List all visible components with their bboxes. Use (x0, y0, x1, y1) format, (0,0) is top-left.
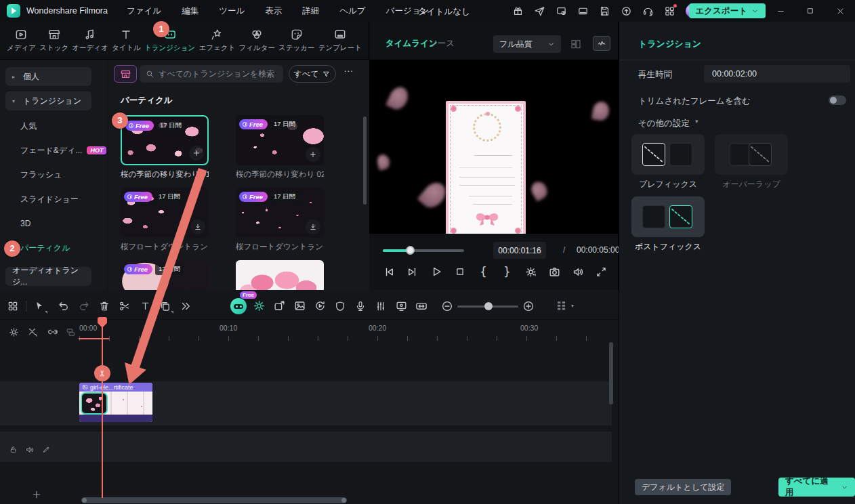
sidebar-item-flash[interactable]: フラッシュ (20, 169, 62, 180)
trim-toggle[interactable] (829, 96, 846, 105)
smart-edit-button[interactable] (249, 296, 269, 316)
transition-thumbnail[interactable]: Free17 日間 (236, 188, 324, 238)
sidebar-item-slideshow[interactable]: スライドショー (20, 194, 79, 205)
preview-scrubber[interactable] (383, 245, 464, 255)
menu-view[interactable]: 表示 (265, 5, 282, 17)
tab-stickers[interactable]: ステッカー (278, 28, 314, 53)
add-track-button[interactable] (31, 489, 43, 501)
transition-item-6[interactable] (236, 260, 324, 290)
apps-icon[interactable] (664, 5, 675, 17)
fullscreen-button[interactable] (594, 264, 609, 279)
transition-thumbnail[interactable]: Free17 日間 (121, 115, 209, 165)
sidebar-item-popular[interactable]: 人気 (20, 121, 37, 131)
promote-icon[interactable] (534, 5, 545, 17)
zoom-slider-handle[interactable] (484, 302, 493, 310)
transition-item-2[interactable]: Free17 日間 桜の季節の移り変わり 02 (236, 115, 324, 180)
menu-tools[interactable]: ツール (219, 5, 245, 17)
sidebar-item-fade[interactable]: フェード&ディ... HOT (20, 145, 106, 156)
timeline-ruler[interactable]: 00:00 00:10 00:20 00:30 (0, 320, 619, 344)
add-to-timeline-button[interactable] (306, 147, 320, 162)
zoom-in-button[interactable] (518, 296, 539, 316)
layout-icon[interactable] (577, 5, 589, 17)
maximize-button[interactable] (795, 0, 825, 22)
preview-tab-source[interactable]: ソース (429, 38, 455, 49)
volume-button[interactable] (570, 264, 585, 279)
transition-item-3[interactable]: Free17 日間 桜フロートダウントランジシ... (121, 188, 209, 252)
split-button[interactable] (114, 296, 135, 316)
search-input[interactable] (159, 69, 278, 79)
transition-item-1[interactable]: Free17 日間 桜の季節の移り変わり 01 (121, 115, 209, 180)
audio-track-lane[interactable] (0, 432, 612, 462)
download-button[interactable] (306, 219, 320, 234)
transition-thumbnail[interactable]: Free17 日間 (121, 188, 209, 238)
link-clips-icon[interactable] (47, 326, 59, 338)
media-browser-button[interactable] (3, 296, 23, 316)
upload-icon[interactable] (621, 5, 632, 17)
ripple-delete-icon[interactable] (26, 326, 39, 338)
audio-mixer-button[interactable] (371, 296, 391, 316)
library-scrollbar[interactable] (363, 117, 367, 205)
transition-thumbnail[interactable] (236, 260, 324, 290)
render-preview-button[interactable] (310, 296, 330, 316)
filter-button[interactable]: すべて (289, 65, 336, 83)
mute-track-icon[interactable] (24, 444, 35, 455)
previous-frame-button[interactable] (381, 264, 396, 279)
tab-audio[interactable]: オーディオ (72, 28, 108, 53)
snapshot-button[interactable] (547, 264, 562, 279)
menu-edit[interactable]: 編集 (182, 5, 199, 17)
menu-help[interactable]: ヘルプ (339, 5, 365, 17)
delete-button[interactable] (94, 296, 114, 316)
mode-postfix[interactable] (631, 196, 705, 237)
more-options-button[interactable]: ... (344, 64, 354, 74)
track-manager-button[interactable] (551, 296, 571, 316)
transition-thumbnail[interactable]: Free17 日間 (121, 260, 209, 290)
tab-templates[interactable]: テンプレート (318, 28, 362, 53)
gift-icon[interactable] (512, 5, 524, 17)
undo-button[interactable] (54, 296, 74, 316)
multiview-icon[interactable] (570, 38, 582, 50)
add-text-button[interactable] (135, 296, 155, 316)
mark-in-button[interactable]: { (476, 264, 491, 279)
tab-stock[interactable]: ストック (39, 28, 68, 53)
snap-marker-icon[interactable] (41, 444, 51, 455)
tab-effects[interactable]: エフェクト (199, 28, 236, 53)
lock-track-icon[interactable] (8, 444, 18, 455)
close-button[interactable] (825, 0, 855, 22)
scrubber-handle[interactable] (406, 246, 415, 255)
menu-file[interactable]: ファイル (127, 5, 161, 17)
save-icon[interactable] (599, 5, 610, 17)
mark-out-button[interactable]: } (499, 264, 514, 279)
duplicate-button[interactable] (155, 296, 175, 316)
mask-button[interactable] (330, 296, 350, 316)
duration-input[interactable] (704, 65, 850, 83)
tab-title[interactable]: タイトル (112, 28, 141, 53)
timeline-settings-icon[interactable] (7, 326, 20, 338)
transition-item-5[interactable]: Free17 日間 (121, 260, 209, 290)
select-tool-button[interactable] (29, 296, 49, 316)
menu-advanced[interactable]: 詳細 (302, 5, 319, 17)
timeline-zoom-slider[interactable] (457, 296, 518, 316)
transition-thumbnail[interactable]: Free17 日間 (236, 115, 324, 165)
image-effect-button[interactable] (289, 296, 310, 316)
export-clip-button[interactable] (269, 296, 289, 316)
vertical-scrollbar[interactable] (609, 342, 613, 404)
fit-timeline-button[interactable] (411, 296, 432, 316)
scopes-icon[interactable] (593, 36, 610, 51)
record-voiceover-button[interactable] (350, 296, 371, 316)
sidebar-item-particle[interactable]: パーティクル (20, 243, 70, 253)
screen-record-button[interactable] (391, 296, 411, 316)
tab-transition[interactable]: トランジション (144, 28, 195, 53)
minimize-button[interactable] (766, 0, 795, 22)
export-button[interactable]: エクスポート (689, 3, 766, 18)
sidebar-item-audio-transition[interactable]: オーディオトランジ... (5, 267, 91, 286)
more-tools-button[interactable] (175, 296, 196, 316)
tab-filters[interactable]: フィルター (238, 28, 274, 53)
zoom-out-button[interactable] (437, 296, 457, 316)
screen-recorder-icon[interactable] (556, 5, 567, 17)
transition-item-4[interactable]: Free17 日間 桜フロートダウントランジシ... (236, 188, 324, 252)
stop-button[interactable] (453, 264, 467, 279)
sidebar-group-personal[interactable]: ▸ 個人 (5, 67, 91, 86)
add-to-timeline-button[interactable] (189, 146, 204, 161)
more-settings-label[interactable]: その他の設定 (638, 118, 690, 129)
store-button[interactable] (114, 65, 137, 83)
